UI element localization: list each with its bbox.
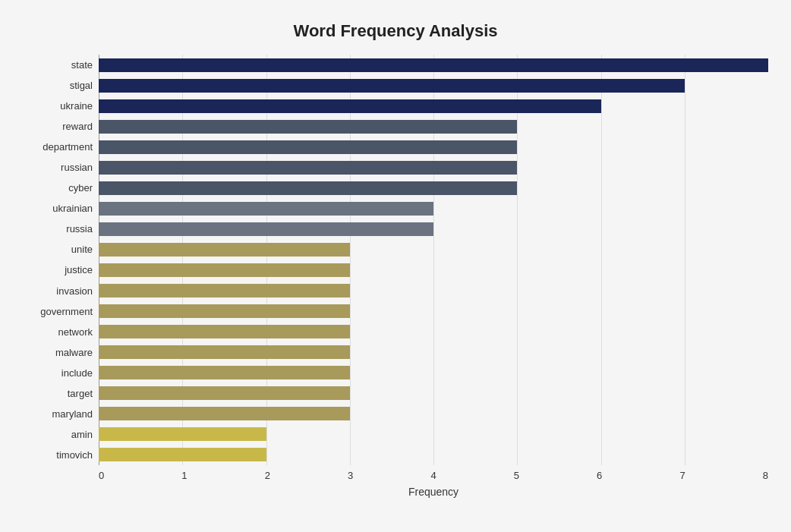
- grid-line: [99, 55, 182, 465]
- y-label: invasion: [56, 286, 93, 296]
- x-tick-label: 5: [514, 470, 519, 481]
- x-tick-label: 4: [430, 470, 436, 481]
- x-tick-label: 7: [679, 470, 685, 481]
- bar-row: [99, 303, 768, 320]
- bar: [99, 304, 350, 318]
- bar-row: [99, 159, 768, 176]
- bar: [99, 345, 350, 359]
- bar-row: [99, 221, 768, 238]
- y-label: include: [61, 368, 93, 378]
- bar-row: [99, 405, 768, 422]
- bar-row: [99, 323, 768, 340]
- x-tick-label: 0: [99, 470, 104, 481]
- bottom-section: 012345678 Frequency: [23, 470, 768, 498]
- grid-line: [601, 55, 685, 465]
- bar-row: [99, 200, 768, 217]
- bar-row: [99, 241, 768, 258]
- y-label: russia: [66, 224, 93, 234]
- bar: [99, 243, 350, 257]
- bar-row: [99, 446, 768, 463]
- bar-row: [99, 364, 768, 381]
- chart-title: Word Frequency Analysis: [23, 15, 768, 41]
- y-label: russian: [61, 162, 93, 172]
- grid-line: [685, 55, 768, 465]
- grid-line: [517, 55, 600, 465]
- bar-row: [99, 77, 768, 94]
- y-label: cyber: [68, 183, 93, 193]
- grid-line: [266, 55, 350, 465]
- bar: [99, 58, 768, 72]
- bar-row: [99, 385, 768, 401]
- y-label: government: [40, 307, 93, 316]
- y-label: reward: [62, 121, 93, 131]
- x-tick-label: 8: [763, 470, 768, 481]
- bar: [99, 366, 350, 379]
- y-label: ukraine: [60, 101, 93, 111]
- bar: [99, 263, 350, 277]
- bars-section: [99, 55, 768, 465]
- grid-line: [182, 55, 266, 465]
- bar-row: [99, 98, 768, 115]
- x-tick-label: 2: [265, 470, 270, 481]
- y-label: justice: [65, 265, 93, 275]
- y-label: unite: [71, 244, 93, 254]
- chart-area: statestigalukrainerewarddepartmentrussia…: [23, 55, 768, 465]
- y-label: state: [71, 60, 93, 70]
- y-label: maryland: [52, 409, 93, 419]
- bar: [99, 140, 517, 154]
- x-tick-label: 3: [348, 470, 353, 481]
- bar-row: [99, 426, 768, 442]
- y-label: department: [43, 142, 93, 152]
- bar-row: [99, 57, 768, 74]
- y-label: network: [58, 327, 93, 337]
- y-label: malware: [55, 348, 93, 357]
- bar: [99, 222, 433, 236]
- y-label: amin: [71, 430, 93, 439]
- y-labels: statestigalukrainerewarddepartmentrussia…: [23, 55, 99, 465]
- bar: [99, 120, 517, 134]
- bar-row: [99, 262, 768, 279]
- grid-lines: [99, 55, 768, 465]
- bar: [99, 202, 433, 216]
- y-label: timovich: [56, 450, 93, 460]
- y-label: ukrainian: [52, 203, 93, 213]
- x-tick-label: 6: [597, 470, 602, 481]
- bar-row: [99, 344, 768, 360]
- x-axis: 012345678: [99, 470, 768, 481]
- grid-line: [350, 55, 433, 465]
- y-label: target: [68, 389, 93, 398]
- y-label: stigal: [70, 80, 93, 90]
- bar: [99, 181, 517, 195]
- bar: [99, 284, 350, 297]
- bar-row: [99, 139, 768, 156]
- chart-container: Word Frequency Analysis statestigalukrai…: [0, 0, 791, 532]
- bar: [99, 427, 266, 441]
- bar: [99, 407, 350, 420]
- bar: [99, 161, 517, 175]
- grid-line: [433, 55, 517, 465]
- bar: [99, 79, 685, 93]
- x-axis-title: Frequency: [99, 486, 768, 498]
- bar: [99, 448, 266, 461]
- bar: [99, 386, 350, 400]
- bar-row: [99, 118, 768, 135]
- bar: [99, 325, 350, 338]
- bar-row: [99, 282, 768, 299]
- bars-wrapper: [99, 55, 768, 465]
- x-tick-label: 1: [181, 470, 187, 481]
- bar: [99, 99, 601, 113]
- bar-row: [99, 180, 768, 197]
